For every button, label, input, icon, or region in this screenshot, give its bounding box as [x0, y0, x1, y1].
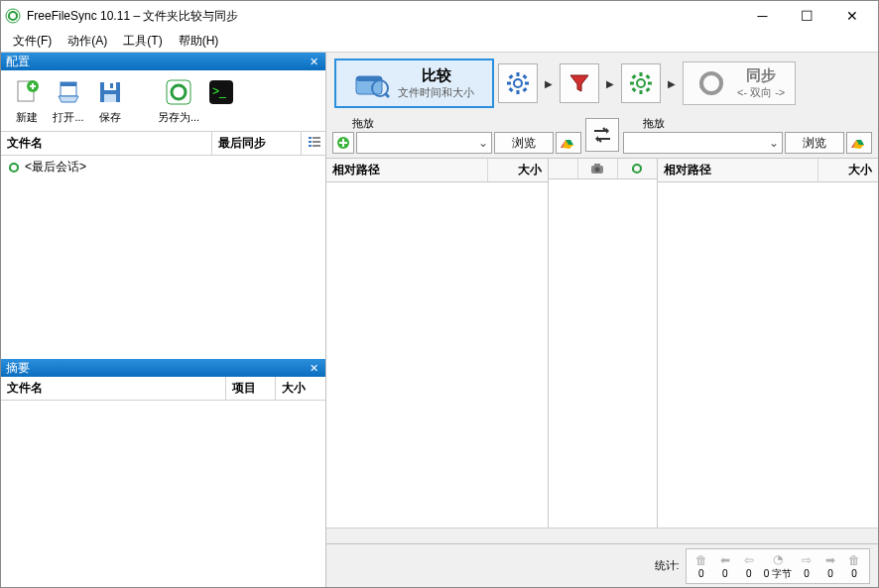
svg-rect-17	[313, 145, 320, 147]
svg-rect-29	[523, 74, 528, 79]
create-left-icon: ⇦	[741, 552, 757, 568]
summary-panel-title: 摘要	[6, 360, 30, 377]
saveas-batch-button[interactable]: >_	[201, 74, 241, 127]
svg-rect-32	[640, 90, 643, 94]
summary-col-filename[interactable]: 文件名	[1, 377, 226, 400]
save-icon	[94, 76, 126, 108]
summary-grid[interactable]	[1, 401, 325, 587]
compare-subtitle: 文件时间和大小	[398, 85, 474, 100]
menu-help[interactable]: 帮助(H)	[171, 31, 227, 52]
sync-settings-button[interactable]	[621, 63, 661, 103]
batch-icon: >_	[205, 76, 237, 108]
dropdown-icon[interactable]: ⌄	[475, 136, 491, 150]
compare-icon	[354, 67, 390, 99]
svg-rect-23	[517, 90, 520, 94]
funnel-icon	[567, 71, 591, 95]
summary-col-size[interactable]: 大小	[276, 377, 325, 400]
browse-left-button[interactable]: 浏览	[494, 132, 554, 154]
compare-grid: 相对路径 大小 相对路径	[326, 158, 878, 528]
col-relpath-right[interactable]: 相对路径	[658, 159, 819, 181]
saveas-label: 另存为...	[158, 110, 199, 125]
sync-subtitle: <- 双向 ->	[737, 85, 785, 100]
sync-save-icon	[163, 76, 194, 108]
svg-rect-26	[509, 74, 514, 79]
summary-col-items[interactable]: 项目	[226, 377, 276, 400]
dropdown-icon[interactable]: ⌄	[766, 136, 782, 150]
right-path-input[interactable]: ⌄	[623, 132, 783, 154]
app-icon	[5, 8, 21, 24]
col-size-left[interactable]: 大小	[488, 159, 548, 181]
menu-tools[interactable]: 工具(T)	[115, 31, 170, 52]
path-row: 拖放 ⌄ 浏览 拖放 ⌄ 浏览	[326, 114, 878, 158]
swap-icon	[591, 124, 613, 146]
save-button[interactable]: 保存	[90, 74, 130, 127]
grid-body-right[interactable]	[658, 182, 879, 528]
config-col-lastsync[interactable]: 最后同步	[212, 132, 302, 155]
svg-rect-16	[309, 145, 312, 147]
summary-panel-close-icon[interactable]: ✕	[307, 361, 320, 375]
delete-right-icon: 🗑	[846, 552, 862, 568]
compare-button[interactable]: 比较 文件时间和大小	[334, 59, 494, 108]
svg-rect-25	[525, 82, 529, 85]
browse-right-button[interactable]: 浏览	[785, 132, 844, 154]
summary-panel-header: 摘要 ✕	[1, 359, 325, 377]
filter-dropdown[interactable]: ▶	[603, 63, 617, 103]
config-col-details-icon[interactable]	[302, 132, 325, 155]
cloud-right-button[interactable]	[846, 132, 872, 154]
svg-rect-24	[507, 82, 511, 85]
sync-title: 同步	[746, 66, 776, 85]
compare-settings-dropdown[interactable]: ▶	[542, 63, 556, 103]
delete-left-icon: 🗑	[693, 552, 709, 568]
save-label: 保存	[99, 110, 121, 125]
filter-button[interactable]	[560, 63, 599, 103]
grid-body-mid[interactable]	[549, 179, 657, 528]
drag-label-right: 拖放	[623, 116, 872, 132]
summary-grid-header: 文件名 项目 大小	[1, 377, 325, 401]
svg-point-30	[637, 79, 645, 87]
config-col-filename[interactable]: 文件名	[1, 132, 212, 155]
svg-rect-35	[632, 74, 637, 79]
maximize-button[interactable]: ☐	[785, 2, 829, 30]
svg-rect-15	[313, 141, 320, 143]
minimize-button[interactable]: ─	[740, 2, 785, 30]
col-relpath-left[interactable]: 相对路径	[326, 159, 488, 181]
horizontal-scrollbar[interactable]	[326, 528, 878, 543]
svg-rect-38	[646, 74, 651, 79]
svg-rect-27	[523, 87, 528, 92]
svg-point-41	[595, 168, 600, 173]
svg-rect-8	[110, 83, 113, 88]
svg-rect-31	[640, 72, 643, 76]
config-panel-close-icon[interactable]: ✕	[307, 55, 320, 68]
config-list[interactable]: <最后会话>	[1, 156, 325, 359]
saveas-sync-button[interactable]: 另存为...	[154, 74, 203, 127]
new-button[interactable]: 新建	[7, 74, 47, 127]
titlebar: FreeFileSync 10.11 – 文件夹比较与同步 ─ ☐ ✕	[1, 1, 878, 31]
svg-rect-34	[648, 82, 652, 85]
svg-point-21	[514, 79, 522, 87]
drag-label-left: 拖放	[332, 116, 581, 132]
window-title: FreeFileSync 10.11 – 文件夹比较与同步	[27, 8, 740, 25]
menu-file[interactable]: 文件(F)	[5, 31, 60, 52]
open-button[interactable]: 打开...	[49, 74, 88, 127]
swap-sides-button[interactable]	[585, 118, 619, 152]
update-left-icon: ⬅	[717, 552, 733, 568]
sync-settings-dropdown[interactable]: ▶	[665, 63, 679, 103]
grid-body-left[interactable]	[326, 182, 548, 528]
add-pair-button[interactable]	[332, 132, 354, 154]
sync-button[interactable]: 同步 <- 双向 ->	[683, 61, 796, 105]
gear-green-icon	[629, 71, 653, 95]
category-icon[interactable]	[578, 159, 618, 178]
close-button[interactable]: ✕	[829, 2, 874, 30]
action-icon[interactable]	[618, 159, 657, 178]
svg-rect-37	[632, 87, 637, 92]
sync-big-icon	[693, 67, 729, 99]
menu-action[interactable]: 动作(A)	[60, 31, 115, 52]
compare-settings-button[interactable]	[498, 63, 538, 103]
left-path-input[interactable]: ⌄	[356, 132, 492, 154]
svg-rect-12	[309, 137, 312, 139]
cloud-left-button[interactable]	[556, 132, 581, 154]
config-row-label: <最后会话>	[25, 159, 86, 176]
config-row-lastsession[interactable]: <最后会话>	[1, 156, 325, 178]
sync-icon	[7, 161, 21, 175]
col-size-right[interactable]: 大小	[818, 159, 878, 181]
